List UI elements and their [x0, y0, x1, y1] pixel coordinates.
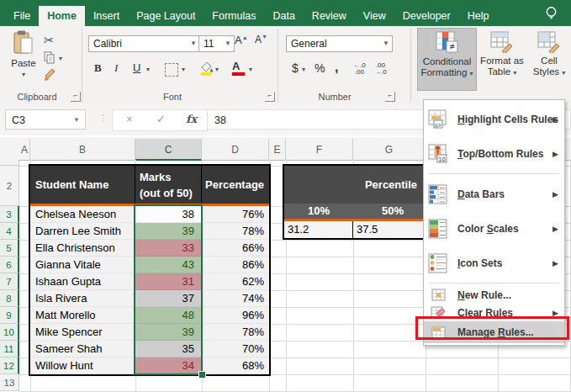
column-header-D[interactable]: D: [202, 139, 269, 161]
cell-percentage[interactable]: 66%: [202, 240, 269, 257]
increase-decimal-button[interactable]: ←.0.00: [353, 62, 366, 76]
cell-percentage[interactable]: 78%: [202, 223, 269, 240]
row-header-3[interactable]: 3: [0, 206, 19, 223]
number-format-combo[interactable]: General▼: [286, 35, 393, 52]
font-name-arrow[interactable]: ▼: [190, 36, 197, 51]
insert-function-icon[interactable]: fx: [186, 113, 197, 125]
percent-style-button[interactable]: %: [315, 61, 325, 75]
paste-dropdown-arrow[interactable]: ▾: [7, 69, 40, 80]
grow-font-button[interactable]: A▲: [235, 34, 248, 46]
format-as-table-button[interactable]: Format as Table ▾: [478, 28, 526, 89]
row-header-7[interactable]: 7: [0, 273, 19, 290]
fill-handle[interactable]: [198, 371, 206, 379]
cell-student-name[interactable]: Ella Christenson: [30, 240, 135, 257]
row-header-13[interactable]: 13: [0, 374, 19, 391]
font-size-combo[interactable]: 11▼: [198, 35, 235, 52]
column-header-E[interactable]: E: [269, 139, 286, 161]
cancel-icon[interactable]: ×: [126, 113, 133, 125]
menu-item-top-bottom-rules[interactable]: 10Top/Bottom Rules▶: [424, 136, 564, 171]
number-format-arrow[interactable]: ▼: [383, 36, 389, 51]
cell-percentage[interactable]: 76%: [202, 206, 269, 223]
enter-icon[interactable]: ✓: [156, 113, 166, 125]
row-header-9[interactable]: 9: [0, 307, 19, 324]
ribbon-tab-page-layout[interactable]: Page Layout: [128, 6, 204, 26]
menu-item-highlight-cells-rules[interactable]: ≤>Highlight Cells Rules▶: [424, 102, 564, 136]
ribbon-tab-help[interactable]: Help: [459, 6, 498, 26]
accounting-format-button[interactable]: $: [292, 61, 299, 75]
font-size-arrow[interactable]: ▼: [225, 36, 231, 51]
conditional-formatting-button[interactable]: ≠ Conditional Formatting ▾: [417, 28, 477, 91]
accounting-dropdown-arrow[interactable]: ▾: [302, 66, 305, 73]
row-header-8[interactable]: 8: [0, 290, 19, 307]
italic-button[interactable]: I: [114, 61, 118, 75]
copy-dropdown-arrow[interactable]: ▾: [59, 55, 62, 62]
row-header-6[interactable]: 6: [0, 257, 19, 273]
ribbon-tab-home[interactable]: Home: [39, 6, 85, 26]
column-header-F[interactable]: F: [286, 139, 353, 161]
cell-student-name[interactable]: Sameer Shah: [30, 341, 135, 358]
cell-student-name[interactable]: Isla Rivera: [30, 290, 135, 307]
row-header-11[interactable]: 11: [0, 341, 19, 358]
fill-color-dropdown-arrow[interactable]: ▾: [215, 66, 219, 73]
cell-styles-button[interactable]: Cell Styles ▾: [528, 28, 570, 89]
ribbon-tab-file[interactable]: File: [5, 6, 39, 26]
clipboard-dialog-launcher[interactable]: ⌐: [71, 92, 81, 102]
column-header-B[interactable]: B: [30, 139, 135, 161]
ribbon-tab-developer[interactable]: Developer: [394, 6, 459, 26]
column-header-A[interactable]: A: [19, 139, 30, 161]
font-name-combo[interactable]: Calibri▼: [88, 35, 200, 52]
ribbon-tab-data[interactable]: Data: [264, 6, 303, 26]
menu-item-data-bars[interactable]: Data Bars▶: [424, 177, 564, 211]
row-header-5[interactable]: 5: [0, 240, 19, 257]
font-dialog-launcher[interactable]: ⌐: [265, 92, 275, 102]
row-header-1[interactable]: [0, 160, 19, 166]
cell-student-name[interactable]: Gianna Vitale: [30, 257, 135, 273]
borders-icon[interactable]: [165, 63, 178, 77]
column-header-C[interactable]: C: [135, 139, 202, 161]
menu-item-color-scales[interactable]: Color Scales▶: [424, 211, 564, 246]
menu-item-icon-sets[interactable]: Icon Sets▶: [424, 246, 564, 280]
paste-button[interactable]: Paste ▾: [7, 30, 40, 89]
percentile-value-10[interactable]: 31.2: [284, 221, 353, 238]
cell-student-name[interactable]: Mike Spencer: [30, 324, 135, 341]
decrease-decimal-button[interactable]: .00→.0: [374, 62, 387, 76]
ribbon-tab-review[interactable]: Review: [304, 6, 355, 26]
underline-dropdown-arrow[interactable]: ▾: [146, 66, 150, 73]
cell-percentage[interactable]: 68%: [202, 358, 269, 374]
cell-percentage[interactable]: 96%: [202, 307, 269, 324]
borders-dropdown-arrow[interactable]: ▾: [182, 66, 185, 73]
cell-percentage[interactable]: 78%: [202, 324, 269, 341]
cell-percentage[interactable]: 62%: [202, 273, 269, 290]
cut-icon[interactable]: ✂: [44, 33, 55, 48]
cell-student-name[interactable]: Darren Lee Smith: [30, 223, 135, 240]
bold-button[interactable]: B: [94, 61, 102, 75]
menu-item-new-rule[interactable]: New Rule...: [424, 286, 564, 304]
font-color-dropdown-arrow[interactable]: ▾: [249, 66, 252, 73]
font-color-button[interactable]: A: [232, 60, 245, 76]
tell-me-lightbulb-icon[interactable]: [543, 5, 559, 24]
column-header-G[interactable]: G: [353, 139, 426, 161]
cell-student-name[interactable]: Willow Hunt: [30, 358, 135, 374]
name-box[interactable]: C3▼: [5, 109, 86, 130]
shrink-font-button[interactable]: A▼: [255, 34, 267, 45]
row-header-4[interactable]: 4: [0, 223, 19, 240]
cell-student-name[interactable]: Ishaan Gupta: [30, 273, 135, 290]
row-header-12[interactable]: 12: [0, 358, 19, 374]
row-header-2[interactable]: 2: [0, 166, 19, 206]
format-painter-icon[interactable]: [44, 68, 56, 85]
cell-percentage[interactable]: 70%: [202, 341, 269, 358]
row-header-10[interactable]: 10: [0, 324, 19, 341]
cell-percentage[interactable]: 86%: [202, 257, 269, 273]
cell-percentage[interactable]: 74%: [202, 290, 269, 307]
ribbon-tab-formulas[interactable]: Formulas: [204, 6, 264, 26]
underline-button[interactable]: U: [133, 61, 140, 74]
copy-icon[interactable]: [44, 51, 56, 67]
fill-color-button[interactable]: [198, 61, 214, 79]
number-dialog-launcher[interactable]: ⌐: [385, 92, 395, 102]
ribbon-tab-view[interactable]: View: [355, 6, 394, 26]
ribbon-tab-insert[interactable]: Insert: [85, 6, 128, 26]
name-box-arrow[interactable]: ▼: [73, 110, 80, 130]
cell-student-name[interactable]: Chelsea Neeson: [30, 206, 135, 223]
comma-style-button[interactable]: ,: [335, 60, 338, 75]
cell-student-name[interactable]: Matt Morello: [30, 307, 135, 324]
